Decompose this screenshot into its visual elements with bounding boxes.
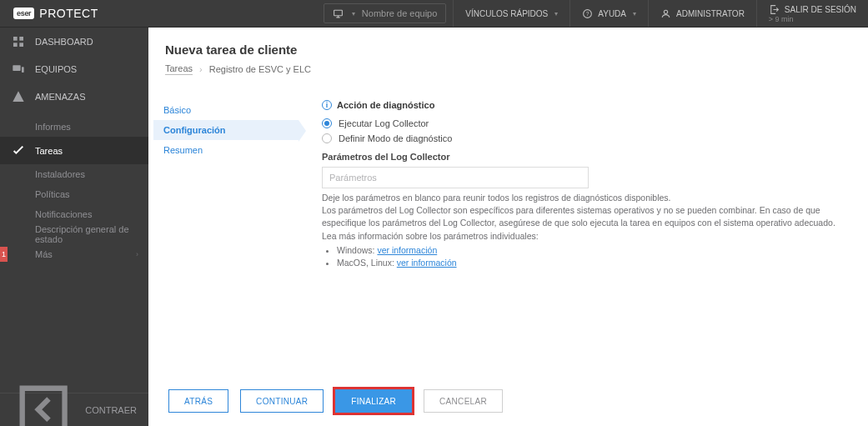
sidebar-collapse[interactable]: CONTRAER (0, 393, 148, 426)
svg-rect-8 (13, 65, 20, 71)
breadcrumb: Tareas › Registro de ESVC y ELC (165, 63, 851, 75)
sidebar-item-informes[interactable]: Informes (0, 117, 148, 137)
sidebar-item-label: Instaladores (35, 169, 85, 179)
sidebar-item-label: Notificaciones (35, 209, 92, 219)
quicklinks-menu[interactable]: VÍNCULOS RÁPIDOS ▾ (453, 0, 569, 27)
step-resumen[interactable]: Resumen (153, 140, 299, 160)
brand-name: PROTECT (39, 7, 98, 20)
back-button[interactable]: ATRÁS (168, 389, 228, 413)
step-label: Resumen (163, 145, 203, 155)
sidebar-item-label: Más (35, 249, 53, 259)
help-li-mac: MacOS, Linux: ver información (337, 257, 848, 269)
radio-define-diag-mode[interactable]: Definir Modo de diagnóstico (322, 133, 848, 143)
collapse-label: CONTRAER (85, 405, 137, 415)
continue-button[interactable]: CONTINUAR (240, 389, 324, 413)
svg-rect-4 (13, 37, 18, 41)
chevron-down-icon: ▾ (633, 10, 636, 18)
logout-button[interactable]: SALIR DE SESIÓN > 9 min (756, 0, 868, 27)
params-placeholder: Parámetros (329, 173, 377, 183)
collapse-icon (12, 378, 75, 426)
svg-rect-7 (19, 43, 23, 47)
sidebar-item-label: Descripción general de estado (35, 224, 148, 244)
tasks-icon (12, 144, 25, 158)
devices-icon (12, 63, 25, 76)
chevron-right-icon: › (136, 250, 138, 258)
svg-rect-0 (334, 10, 342, 16)
sidebar-item-politicas[interactable]: Políticas (0, 184, 148, 204)
form-area: i Acción de diagnóstico Ejecutar Log Col… (299, 83, 868, 381)
radio-run-log-collector[interactable]: Ejecutar Log Collector (322, 118, 848, 128)
section-heading: i Acción de diagnóstico (322, 100, 848, 110)
cancel-button[interactable]: CANCELAR (424, 389, 503, 413)
user-label: ADMINISTRATOR (676, 9, 745, 18)
quicklinks-label: VÍNCULOS RÁPIDOS (465, 9, 548, 18)
page-title: Nueva tarea de cliente (165, 43, 851, 57)
user-menu[interactable]: ADMINISTRATOR (648, 0, 756, 27)
footer-buttons: ATRÁS CONTINUAR FINALIZAR CANCELAR (148, 381, 868, 426)
computer-search-input[interactable]: ▾ Nombre de equipo (324, 3, 447, 23)
sidebar-item-mas[interactable]: 1 Más › (0, 244, 148, 264)
finish-button[interactable]: FINALIZAR (335, 389, 412, 413)
step-basico[interactable]: Básico (153, 100, 299, 120)
svg-rect-6 (13, 43, 18, 47)
brand: eser PROTECT (0, 0, 112, 27)
main-panel: Nueva tarea de cliente Tareas › Registro… (148, 28, 868, 426)
help-line: Lea más información sobre los parámetros… (322, 230, 848, 243)
sidebar-item-label: Tareas (35, 146, 63, 156)
page-header: Nueva tarea de cliente Tareas › Registro… (148, 28, 868, 83)
help-menu[interactable]: ? AYUDA ▾ (569, 0, 648, 27)
help-line: Los parámetros del Log Collector son esp… (322, 204, 848, 229)
logout-label: SALIR DE SESIÓN (785, 5, 856, 14)
logout-timer: > 9 min (769, 15, 794, 23)
li-prefix: MacOS, Linux: (337, 258, 397, 268)
li-prefix: Windows: (337, 245, 377, 255)
step-configuracion[interactable]: Configuración (153, 120, 299, 140)
sidebar-item-label: DASHBOARD (35, 37, 93, 47)
svg-rect-5 (19, 37, 23, 41)
monitor-icon (333, 8, 344, 19)
breadcrumb-current: Registro de ESVC y ELC (209, 64, 311, 74)
sidebar-item-dashboard[interactable]: DASHBOARD (0, 28, 148, 55)
help-line: Deje los parámetros en blanco para reuni… (322, 192, 848, 204)
wizard-steps: Básico Configuración Resumen (148, 83, 299, 381)
svg-text:?: ? (586, 10, 590, 16)
link-mac-info[interactable]: ver información (397, 258, 457, 268)
radio-label: Definir Modo de diagnóstico (339, 133, 452, 143)
help-text: Deje los parámetros en blanco para reuni… (322, 192, 848, 269)
sidebar-item-tareas[interactable]: Tareas (0, 137, 148, 164)
chevron-down-icon: ▾ (352, 10, 355, 18)
step-label: Básico (163, 105, 191, 115)
help-li-windows: Windows: ver información (337, 244, 848, 257)
radio-label: Ejecutar Log Collector (339, 118, 429, 128)
logout-icon (769, 4, 780, 15)
section-label: Acción de diagnóstico (337, 100, 434, 110)
svg-rect-9 (22, 67, 24, 73)
help-label: AYUDA (598, 9, 626, 18)
search-placeholder: Nombre de equipo (362, 8, 438, 18)
topbar: eser PROTECT ▾ Nombre de equipo VÍNCULOS… (0, 0, 868, 28)
user-icon (660, 8, 671, 19)
sidebar-item-notificaciones[interactable]: Notificaciones (0, 204, 148, 224)
help-icon: ? (582, 8, 593, 19)
dashboard-icon (12, 35, 25, 48)
sidebar-item-equipos[interactable]: EQUIPOS (0, 55, 148, 83)
badge: 1 (0, 247, 8, 262)
sidebar-item-label: Informes (35, 122, 71, 132)
warning-icon (12, 90, 25, 103)
brand-badge: eser (13, 8, 34, 19)
breadcrumb-tasks[interactable]: Tareas (165, 63, 193, 75)
params-heading: Parámetros del Log Collector (322, 152, 848, 162)
sidebar-item-instaladores[interactable]: Instaladores (0, 164, 148, 184)
sidebar: DASHBOARD EQUIPOS AMENAZAS Informes Tare… (0, 28, 148, 426)
chevron-right-icon: › (199, 64, 203, 74)
radio-icon (322, 118, 332, 128)
info-icon: i (322, 100, 332, 110)
sidebar-item-amenazas[interactable]: AMENAZAS (0, 83, 148, 110)
sidebar-item-label: AMENAZAS (35, 92, 86, 102)
sidebar-item-label: EQUIPOS (35, 64, 77, 74)
svg-point-3 (664, 10, 667, 13)
params-input[interactable]: Parámetros (322, 167, 589, 188)
radio-icon (322, 133, 332, 143)
sidebar-item-estado[interactable]: Descripción general de estado (0, 224, 148, 244)
link-windows-info[interactable]: ver información (377, 245, 437, 255)
